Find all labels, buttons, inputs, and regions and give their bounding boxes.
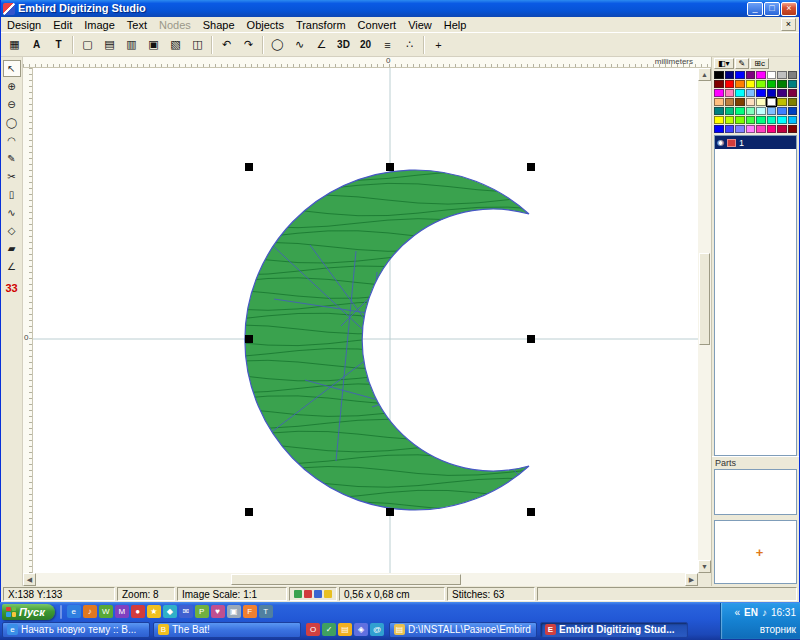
palette-color[interactable] bbox=[777, 107, 787, 115]
palette-color[interactable] bbox=[746, 116, 756, 124]
menu-help[interactable]: Help bbox=[438, 19, 473, 31]
palette-color[interactable] bbox=[767, 71, 777, 79]
menu-shape[interactable]: Shape bbox=[197, 19, 241, 31]
copy-button[interactable]: ◫ bbox=[187, 35, 208, 55]
palette-color[interactable] bbox=[788, 125, 798, 133]
crescent-shape[interactable] bbox=[245, 170, 529, 510]
palette-color[interactable] bbox=[767, 116, 777, 124]
horizontal-scrollbar[interactable]: ◀ ▶ bbox=[23, 573, 698, 586]
palette-color[interactable] bbox=[735, 98, 745, 106]
measure-tool[interactable]: ∠ bbox=[3, 258, 21, 275]
selection-handle[interactable] bbox=[527, 508, 535, 516]
palette-color[interactable] bbox=[746, 125, 756, 133]
palette-color[interactable] bbox=[735, 116, 745, 124]
undo-button[interactable]: ↶ bbox=[216, 35, 237, 55]
palette-color[interactable] bbox=[777, 116, 787, 124]
palette-color[interactable] bbox=[756, 125, 766, 133]
selection-handle[interactable] bbox=[245, 508, 253, 516]
palette-color[interactable] bbox=[756, 107, 766, 115]
column-tool[interactable]: ▯ bbox=[3, 186, 21, 203]
quicklaunch-icon-13[interactable]: T bbox=[259, 605, 273, 618]
save-design-button[interactable]: ▣ bbox=[143, 35, 164, 55]
view-3d-button[interactable]: 3D bbox=[333, 35, 354, 55]
task-button-4[interactable]: EEmbird Digitizing Stud... bbox=[540, 622, 688, 638]
horizontal-scroll-thumb[interactable] bbox=[231, 574, 461, 585]
language-indicator[interactable]: EN bbox=[744, 607, 758, 618]
palette-color[interactable] bbox=[725, 125, 735, 133]
object-list-item[interactable]: ◉ 1 bbox=[715, 136, 796, 149]
start-button[interactable]: Пуск bbox=[2, 604, 55, 620]
palette-color[interactable] bbox=[714, 107, 724, 115]
palette-color[interactable] bbox=[777, 125, 787, 133]
task-button-3[interactable]: ▤D:\INSTALL\Разное\Embird bbox=[389, 622, 537, 638]
object-list[interactable]: ◉ 1 bbox=[714, 135, 797, 456]
print-button[interactable]: ▧ bbox=[165, 35, 186, 55]
palette-color[interactable] bbox=[746, 71, 756, 79]
taskbar-icon-4[interactable]: ◈ bbox=[354, 623, 368, 636]
curve-tool[interactable]: ∿ bbox=[3, 204, 21, 221]
layers-button[interactable]: ≡ bbox=[377, 35, 398, 55]
palette-color[interactable] bbox=[746, 80, 756, 88]
zoom-in-tool[interactable]: ⊕ bbox=[3, 78, 21, 95]
taskbar-icon-2[interactable]: ✓ bbox=[322, 623, 336, 636]
quicklaunch-icon-7[interactable]: ◆ bbox=[163, 605, 177, 618]
palette-color[interactable] bbox=[725, 71, 735, 79]
palette-color[interactable] bbox=[735, 80, 745, 88]
palette-color[interactable] bbox=[725, 116, 735, 124]
center-design-button[interactable]: + bbox=[428, 35, 449, 55]
palette-color[interactable] bbox=[788, 89, 798, 97]
palette-color[interactable] bbox=[767, 89, 777, 97]
palette-color[interactable] bbox=[735, 89, 745, 97]
palette-color[interactable] bbox=[756, 71, 766, 79]
palette-color[interactable] bbox=[725, 80, 735, 88]
new-design-button[interactable]: ▢ bbox=[77, 35, 98, 55]
parts-list[interactable] bbox=[714, 469, 797, 515]
thread-chart-button[interactable]: ⊞c bbox=[750, 58, 769, 69]
palette-color[interactable] bbox=[714, 89, 724, 97]
palette-color[interactable] bbox=[725, 107, 735, 115]
palette-color[interactable] bbox=[777, 98, 787, 106]
selection-handle[interactable] bbox=[386, 163, 394, 171]
menu-image[interactable]: Image bbox=[78, 19, 121, 31]
palette-color[interactable] bbox=[777, 71, 787, 79]
maximize-button[interactable]: □ bbox=[764, 2, 780, 16]
quicklaunch-icon-3[interactable]: W bbox=[99, 605, 113, 618]
horizontal-scroll-track[interactable] bbox=[36, 573, 685, 586]
palette-color[interactable] bbox=[714, 116, 724, 124]
palette-color[interactable] bbox=[777, 80, 787, 88]
document-close-button[interactable]: × bbox=[781, 18, 796, 31]
open-design-button[interactable]: ▤ bbox=[99, 35, 120, 55]
selection-handle[interactable] bbox=[527, 163, 535, 171]
arc-tool[interactable]: ◠ bbox=[3, 132, 21, 149]
close-button[interactable]: × bbox=[781, 2, 797, 16]
scroll-down-icon[interactable]: ▼ bbox=[698, 560, 711, 573]
palette-color[interactable] bbox=[735, 107, 745, 115]
scissors-tool[interactable]: ✂ bbox=[3, 168, 21, 185]
quicklaunch-icon-4[interactable]: M bbox=[115, 605, 129, 618]
palette-color[interactable] bbox=[725, 89, 735, 97]
palette-color[interactable] bbox=[714, 80, 724, 88]
palette-color[interactable] bbox=[767, 80, 777, 88]
scroll-up-icon[interactable]: ▲ bbox=[698, 68, 711, 81]
design-canvas[interactable] bbox=[33, 68, 698, 573]
palette-color[interactable] bbox=[788, 71, 798, 79]
grid-size-button[interactable]: 20 bbox=[355, 35, 376, 55]
lettering-a-button[interactable]: A bbox=[26, 35, 47, 55]
quicklaunch-icon-12[interactable]: F bbox=[243, 605, 257, 618]
stitch-points-button[interactable]: ∴ bbox=[399, 35, 420, 55]
menu-convert[interactable]: Convert bbox=[352, 19, 403, 31]
ellipse-tool[interactable]: ◯ bbox=[3, 114, 21, 131]
angle-button[interactable]: ∠ bbox=[311, 35, 332, 55]
task-button-1[interactable]: eНачать новую тему :: В... bbox=[2, 622, 150, 638]
scroll-right-icon[interactable]: ▶ bbox=[685, 573, 698, 586]
menu-view[interactable]: View bbox=[402, 19, 438, 31]
palette-color[interactable] bbox=[788, 107, 798, 115]
menu-objects[interactable]: Objects bbox=[241, 19, 290, 31]
vertical-scroll-track[interactable] bbox=[698, 81, 711, 560]
quicklaunch-icon-10[interactable]: ♥ bbox=[211, 605, 225, 618]
menu-text[interactable]: Text bbox=[121, 19, 153, 31]
redo-button[interactable]: ↷ bbox=[238, 35, 259, 55]
palette-color[interactable] bbox=[735, 71, 745, 79]
title-bar[interactable]: Embird Digitizing Studio _ □ × bbox=[1, 0, 799, 17]
palette-color[interactable] bbox=[767, 107, 777, 115]
